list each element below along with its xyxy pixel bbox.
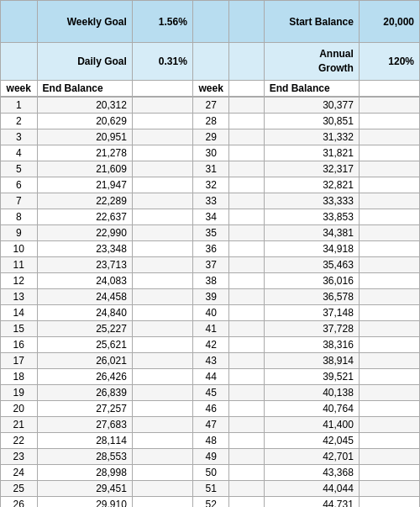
h1-mid-cell [192,1,229,43]
week-number: 2 [1,114,38,129]
week-number-right: 44 [192,369,229,385]
empty-right [229,161,264,177]
empty-left [132,193,192,209]
end-balance-left: 25,227 [37,321,132,337]
week-number: 19 [1,385,38,401]
week-number: 13 [1,289,38,305]
h1-r-week-cell [229,1,264,43]
end-balance-left: 28,553 [37,449,132,465]
empty-right-2 [359,114,419,129]
empty-right [229,257,264,273]
week-number-right: 30 [192,145,229,161]
empty-right-2 [359,449,419,465]
week-number-right: 34 [192,209,229,225]
week-number: 16 [1,337,38,353]
end-balance-right: 38,914 [264,353,359,369]
end-balance-left: 20,951 [37,129,132,145]
table-row: 120,3122730,377 [1,97,420,114]
empty-left [132,369,192,385]
end-balance-right: 30,377 [264,97,359,114]
week-number: 11 [1,257,38,273]
end-balance-right: 31,332 [264,129,359,145]
col-header-row: week End Balance week End Balance [1,81,420,98]
week-number-right: 48 [192,433,229,449]
week-number: 3 [1,129,38,145]
empty-left [132,177,192,193]
end-balance-right: 44,731 [264,497,359,508]
end-balance-left: 22,990 [37,225,132,241]
daily-goal-label: Daily Goal [37,43,132,81]
week-number-right: 49 [192,449,229,465]
empty-left [132,225,192,241]
week-number-right: 50 [192,465,229,481]
empty-right-2 [359,161,419,177]
empty-right [229,273,264,289]
table-row: 922,9903534,381 [1,225,420,241]
empty-right-2 [359,129,419,145]
empty-left [132,257,192,273]
end-balance-left: 26,839 [37,385,132,401]
end-balance-right: 39,521 [264,369,359,385]
empty-right-2 [359,401,419,417]
empty-right-2 [359,225,419,241]
start-balance-label: Start Balance [264,1,359,43]
empty-left [132,481,192,497]
empty-left [132,209,192,225]
col-hdr-empty3 [359,81,419,98]
empty-right [229,129,264,145]
empty-right-2 [359,337,419,353]
empty-right [229,114,264,129]
table-row: 1424,8404037,148 [1,305,420,321]
week-number: 18 [1,369,38,385]
empty-right [229,353,264,369]
end-balance-right: 34,381 [264,225,359,241]
empty-left [132,129,192,145]
end-balance-right: 42,045 [264,433,359,449]
end-balance-right: 33,853 [264,209,359,225]
week-number: 7 [1,193,38,209]
table-row: 2228,1144842,045 [1,433,420,449]
empty-right-2 [359,497,419,508]
table-row: 421,2783031,821 [1,145,420,161]
week-number-right: 37 [192,257,229,273]
week-number-right: 43 [192,353,229,369]
end-balance-right: 31,821 [264,145,359,161]
table-row: 2027,2574640,764 [1,401,420,417]
empty-right [229,305,264,321]
table-row: 822,6373433,853 [1,209,420,225]
empty-right-2 [359,305,419,321]
empty-left [132,289,192,305]
week-number: 17 [1,353,38,369]
end-balance-left: 27,683 [37,417,132,433]
week-number: 15 [1,321,38,337]
empty-left [132,353,192,369]
week-number-right: 51 [192,481,229,497]
week-number: 21 [1,417,38,433]
header-row-1: Weekly Goal 1.56% Start Balance 20,000 [1,1,420,43]
end-balance-left: 24,083 [37,273,132,289]
table-row: 1726,0214338,914 [1,353,420,369]
main-table: Weekly Goal 1.56% Start Balance 20,000 D… [0,0,420,507]
empty-right [229,289,264,305]
empty-right-2 [359,145,419,161]
week-number: 10 [1,241,38,257]
start-balance-value: 20,000 [359,1,419,43]
col-hdr-week: week [1,81,38,98]
table-row: 1123,7133735,463 [1,257,420,273]
col-hdr-week2: week [192,81,229,98]
empty-right-2 [359,385,419,401]
empty-right [229,337,264,353]
h2-week-cell [1,43,38,81]
empty-right [229,209,264,225]
week-number: 20 [1,401,38,417]
annual-growth-label: AnnualGrowth [264,43,359,81]
week-number: 12 [1,273,38,289]
end-balance-right: 37,728 [264,321,359,337]
empty-left [132,273,192,289]
week-number-right: 52 [192,497,229,508]
end-balance-left: 20,312 [37,97,132,114]
end-balance-left: 27,257 [37,401,132,417]
week-number-right: 45 [192,385,229,401]
table-row: 621,9473232,821 [1,177,420,193]
empty-right [229,497,264,508]
